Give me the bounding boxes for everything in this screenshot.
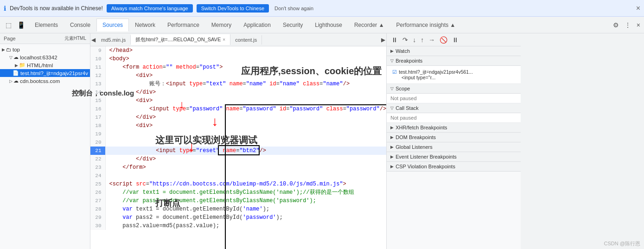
section-scope[interactable]: ▽ Scope bbox=[387, 84, 521, 94]
breakpoint-file: test.html?_ijt=ndgajv21psr4v561... bbox=[399, 69, 473, 75]
line-num-24[interactable]: 24 bbox=[90, 172, 105, 180]
main-container: Page 元素HTML ▶ 🗀 top ▽ ☁ localhost:63342 bbox=[0, 33, 521, 249]
line-num-14[interactable]: 14 bbox=[90, 88, 105, 96]
code-line-25: 25 <script src="https://cdn.bootcss.com/… bbox=[90, 180, 386, 188]
line-num-29[interactable]: 29 bbox=[90, 213, 105, 222]
info-bar-close-button[interactable]: × bbox=[636, 4, 640, 13]
line-num-11[interactable]: 11 bbox=[90, 63, 105, 71]
tab-elements[interactable]: Elements bbox=[29, 19, 64, 32]
tab-sources[interactable]: Sources bbox=[96, 19, 129, 32]
info-icon: ℹ bbox=[4, 5, 6, 12]
tree-item-cdn[interactable]: ▷ ☁ cdn.bootcss.com bbox=[0, 77, 90, 85]
tab-security[interactable]: Security bbox=[277, 19, 309, 32]
tab-recorder[interactable]: Recorder ▲ bbox=[348, 19, 390, 32]
breakpoint-checkbox[interactable]: ☑ bbox=[392, 69, 397, 75]
dom-label: DOM Breakpoints bbox=[395, 134, 436, 140]
tab-lighthouse[interactable]: Lighthouse bbox=[309, 19, 348, 32]
line-num-13[interactable]: 13 bbox=[90, 80, 105, 88]
section-global[interactable]: ▶ Global Listeners bbox=[387, 142, 521, 152]
line-code-27: //var pass2 = document.getElementsByClas… bbox=[105, 197, 386, 205]
deactivate-breakpoints-button[interactable]: 🚫 bbox=[438, 35, 449, 45]
line-num-19[interactable]: 19 bbox=[90, 130, 105, 138]
tab-network[interactable]: Network bbox=[129, 19, 161, 32]
section-watch[interactable]: ▶ Watch bbox=[387, 46, 521, 56]
line-num-21[interactable]: 21 bbox=[90, 147, 105, 155]
close-devtools-button[interactable]: × bbox=[635, 19, 642, 31]
line-num-16[interactable]: 16 bbox=[90, 105, 105, 113]
code-line-28: 28 var text1 = document.getElementById('… bbox=[90, 205, 386, 213]
dom-arrow-icon: ▶ bbox=[390, 135, 394, 140]
device-icon[interactable]: 📱 bbox=[15, 19, 27, 31]
breakpoints-label: Breakpoints bbox=[395, 58, 422, 64]
tab-memory[interactable]: Memory bbox=[205, 19, 237, 32]
tab-performance-insights[interactable]: Performance insights ▲ bbox=[390, 19, 462, 32]
line-num-25[interactable]: 25 bbox=[90, 180, 105, 188]
line-num-28[interactable]: 28 bbox=[90, 205, 105, 213]
more-options-icon[interactable]: ⋮ bbox=[623, 19, 633, 31]
watch-label: Watch bbox=[395, 48, 410, 54]
nav-back-button[interactable]: ◀ bbox=[90, 36, 96, 44]
line-num-9[interactable]: 9 bbox=[90, 46, 105, 55]
breakpoint-detail: test.html?_ijt=ndgajv21psr4v561... <inpu… bbox=[399, 69, 473, 80]
tab-icons: ⬚ 📱 bbox=[2, 19, 29, 31]
code-line-11: 11 <form action="" method="post"> bbox=[90, 63, 386, 71]
inspect-icon[interactable]: ⬚ bbox=[4, 19, 13, 31]
switch-chinese-button[interactable]: Switch DevTools to Chinese bbox=[197, 4, 269, 13]
line-num-26[interactable]: 26 bbox=[90, 188, 105, 197]
line-num-18[interactable]: 18 bbox=[90, 121, 105, 130]
line-code-17: </div> bbox=[105, 113, 386, 121]
settings-icon[interactable]: ⚙ bbox=[611, 19, 621, 31]
section-xhr[interactable]: ▶ XHR/fetch Breakpoints bbox=[387, 123, 521, 133]
section-dom[interactable]: ▶ DOM Breakpoints bbox=[387, 133, 521, 142]
line-num-15[interactable]: 15 bbox=[90, 96, 105, 105]
section-event-listener[interactable]: ▶ Event Listener Breakpoints bbox=[387, 152, 521, 162]
line-num-10[interactable]: 10 bbox=[90, 55, 105, 63]
file-tab-md5[interactable]: md5.min.js bbox=[96, 35, 131, 45]
code-line-29: 29 var pass2 = document.getElementById('… bbox=[90, 213, 386, 222]
match-language-button[interactable]: Always match Chrome's language bbox=[107, 4, 193, 13]
tree-item-test-html[interactable]: 📄 test.html?_ijt=ndgajv21psr4v bbox=[0, 69, 90, 77]
file-tab-main[interactable]: 抓包html?_ijt=....RELOAD_ON_SAVE × bbox=[131, 34, 230, 45]
tab-console[interactable]: Console bbox=[64, 19, 96, 32]
line-num-12[interactable]: 12 bbox=[90, 71, 105, 80]
tab-performance[interactable]: Performance bbox=[161, 19, 205, 32]
code-line-19: 19 bbox=[90, 130, 386, 138]
line-num-23[interactable]: 23 bbox=[90, 163, 105, 172]
line-num-22[interactable]: 22 bbox=[90, 155, 105, 163]
line-num-27[interactable]: 27 bbox=[90, 197, 105, 205]
file-tab-content[interactable]: content.js bbox=[230, 35, 262, 45]
panel-header: Page 元素HTML bbox=[0, 33, 90, 44]
step-over-button[interactable]: ↷ bbox=[401, 35, 410, 45]
pause-button[interactable]: ⏸ bbox=[389, 35, 400, 45]
tree-item-html-folder[interactable]: ▶ 📁 HTML/html bbox=[0, 61, 90, 69]
file-tab-close-icon[interactable]: × bbox=[223, 37, 225, 42]
dont-show-link[interactable]: Don't show again bbox=[274, 6, 313, 11]
call-stack-arrow-icon: ▽ bbox=[390, 106, 394, 110]
tab-application[interactable]: Application bbox=[237, 19, 277, 32]
line-num-30[interactable]: 30 bbox=[90, 222, 105, 230]
panel-options-icon[interactable]: 元素HTML bbox=[64, 35, 86, 42]
tree-item-localhost[interactable]: ▽ ☁ localhost:63342 bbox=[0, 53, 90, 61]
tree-label-top: top bbox=[13, 47, 20, 52]
code-area[interactable]: 9 </head> 10 <body> 11 <form action="" m… bbox=[90, 46, 386, 249]
step-into-button[interactable]: ↓ bbox=[411, 35, 418, 45]
pause-exceptions-button[interactable]: ⏸ bbox=[450, 35, 460, 45]
tree-item-top[interactable]: ▶ 🗀 top bbox=[0, 46, 90, 53]
line-code-25: <script src="https://cdn.bootcss.com/blu… bbox=[105, 180, 386, 188]
section-breakpoints[interactable]: ▽ Breakpoints bbox=[387, 56, 521, 66]
line-num-20[interactable]: 20 bbox=[90, 138, 105, 147]
xhr-arrow-icon: ▶ bbox=[390, 125, 394, 130]
code-line-21: 21 <input type="reset" name="btn2"/> bbox=[90, 147, 386, 155]
section-call-stack[interactable]: ▽ Call Stack bbox=[387, 103, 521, 113]
call-stack-label: Call Stack bbox=[395, 105, 419, 111]
line-code-23: </form> bbox=[105, 163, 386, 172]
section-csp[interactable]: ▶ CSP Violation Breakpoints bbox=[387, 162, 521, 172]
nav-forward-button[interactable]: ▶ bbox=[380, 36, 386, 44]
event-listener-label: Event Listener Breakpoints bbox=[395, 154, 456, 160]
step-button[interactable]: → bbox=[427, 35, 437, 45]
line-num-17[interactable]: 17 bbox=[90, 113, 105, 121]
step-out-button[interactable]: ↑ bbox=[419, 35, 426, 45]
scope-label: Scope bbox=[395, 86, 410, 91]
line-code-14: </div> bbox=[105, 88, 386, 96]
file-tree: ▶ 🗀 top ▽ ☁ localhost:63342 ▶ 📁 HTML/htm… bbox=[0, 44, 90, 249]
